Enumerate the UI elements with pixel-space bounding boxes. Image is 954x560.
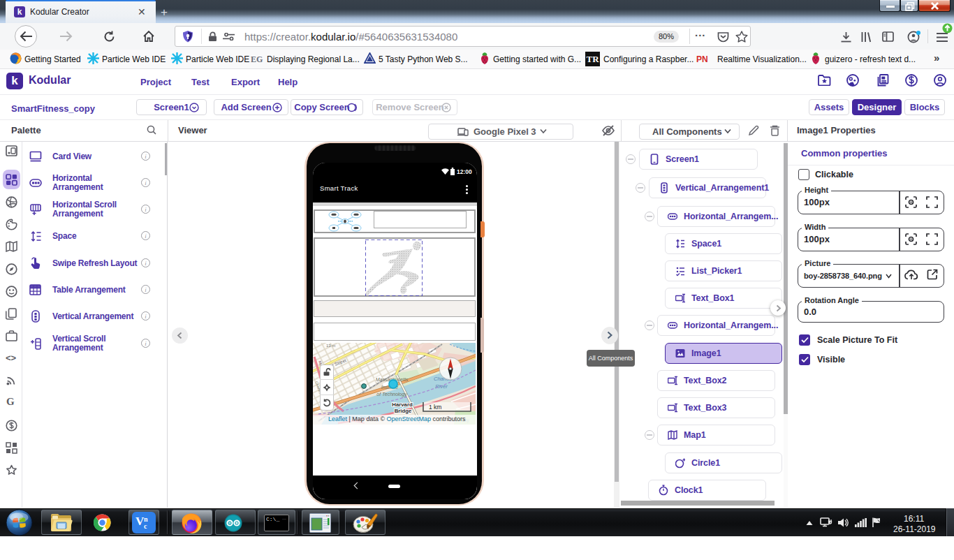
svg-text:Bridge: Bridge <box>395 408 412 414</box>
svg-text:River: River <box>435 383 448 390</box>
svg-text:1 km: 1 km <box>429 404 441 411</box>
svg-text:Harvard: Harvard <box>392 401 413 408</box>
svg-text:13 m: 13 m <box>326 344 335 348</box>
svg-text:of Technology: of Technology <box>376 392 407 397</box>
